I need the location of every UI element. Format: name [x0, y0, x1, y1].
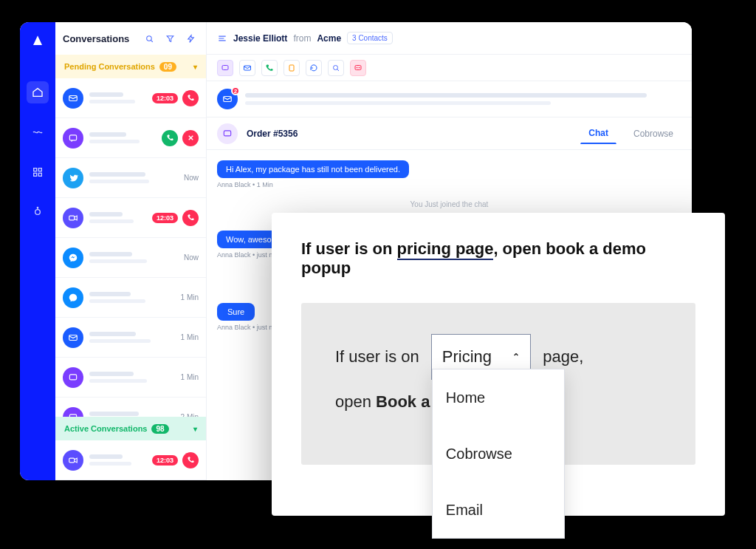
thread-summary: 2: [207, 81, 692, 117]
from-label: from: [293, 33, 311, 44]
svg-line-25: [337, 69, 340, 71]
dropdown-option-email[interactable]: Email: [433, 482, 564, 538]
dropdown-option-home[interactable]: Home: [433, 369, 564, 426]
svg-point-28: [359, 67, 360, 68]
call-button[interactable]: [182, 90, 199, 106]
filter-icon[interactable]: [162, 30, 178, 47]
svg-rect-0: [34, 168, 37, 171]
mail-icon: [63, 88, 83, 109]
page-dropdown: Home Cobrowse Email: [432, 369, 565, 539]
chat-icon: [63, 367, 83, 388]
conversation-item[interactable]: 12:03: [55, 440, 206, 480]
svg-line-8: [151, 40, 153, 42]
svg-point-4: [35, 210, 41, 215]
time-badge: 12:03: [152, 455, 178, 466]
time-label: 1 Min: [178, 373, 199, 381]
active-count: 98: [151, 424, 168, 434]
pending-list: 12:03 Now 12:03: [55, 78, 206, 417]
chevron-down-icon: ▾: [193, 425, 197, 433]
svg-point-6: [37, 207, 38, 208]
svg-rect-15: [69, 374, 76, 379]
video-icon: [63, 208, 83, 228]
conversation-item[interactable]: 1 Min: [55, 318, 206, 358]
subject-row: Order #5356 Chat Cobrowse: [207, 117, 692, 150]
nav-rail: [20, 22, 55, 480]
rule-builder-popup: If user is on pricing page, open book a …: [272, 213, 725, 516]
time-label: 1 Min: [178, 293, 199, 301]
tool-refresh-icon[interactable]: [306, 60, 322, 76]
chat-icon: [63, 128, 83, 149]
rule-editor: If user is on Pricing ⌃ Home Cobrowse Em…: [301, 303, 695, 465]
active-section-header[interactable]: Active Conversations 98 ▾: [55, 417, 206, 440]
dropdown-option-cobrowse[interactable]: Cobrowse: [433, 426, 564, 482]
svg-rect-13: [69, 216, 75, 220]
call-button[interactable]: [182, 452, 199, 468]
pending-section-header[interactable]: Pending Conversations 09 ▾: [55, 55, 206, 78]
org-name: Acme: [317, 33, 341, 44]
tool-search-icon[interactable]: [328, 60, 344, 76]
conversation-item[interactable]: 12:03: [55, 198, 206, 238]
conversation-item[interactable]: 1 Min: [55, 358, 206, 398]
pending-count: 09: [159, 62, 176, 72]
reject-button[interactable]: [182, 130, 199, 146]
conversation-item[interactable]: Now: [55, 158, 206, 198]
twitter-icon: [63, 168, 83, 188]
svg-rect-2: [34, 173, 37, 176]
chevron-down-icon: ▾: [193, 63, 197, 71]
messenger-icon: [63, 248, 83, 268]
tool-flag-icon[interactable]: [350, 60, 366, 76]
conversation-item[interactable]: Now: [55, 238, 206, 278]
conversation-item[interactable]: 12:03: [55, 78, 206, 118]
svg-rect-17: [69, 458, 75, 463]
summary-avatar: 2: [217, 89, 238, 109]
sidebar-header: Conversations: [55, 22, 206, 55]
active-label: Active Conversations: [64, 424, 147, 433]
contacts-pill[interactable]: 3 Contacts: [347, 32, 393, 44]
search-icon[interactable]: [141, 30, 157, 47]
subject-title: Order #5356: [247, 129, 571, 139]
toolbar: [207, 55, 692, 81]
time-label: Now: [178, 174, 199, 182]
svg-rect-21: [222, 65, 228, 69]
time-badge: 12:03: [152, 93, 178, 103]
conversation-item[interactable]: [55, 118, 206, 158]
nav-bot-icon[interactable]: [27, 201, 49, 223]
rule-text-bold: Book a: [376, 392, 430, 411]
svg-rect-26: [355, 65, 361, 69]
tool-call-icon[interactable]: [261, 60, 278, 76]
message-bubble: Sure: [217, 303, 255, 321]
tab-cobrowse[interactable]: Cobrowse: [625, 123, 681, 143]
tool-chat-icon[interactable]: [217, 60, 233, 76]
tool-mail-icon[interactable]: [239, 60, 255, 76]
page-select[interactable]: Pricing ⌃ Home Cobrowse Email: [431, 334, 531, 380]
chat-icon: [63, 407, 83, 417]
conversations-sidebar: Conversations Pending Conversations 09 ▾…: [55, 22, 207, 480]
conversation-item[interactable]: 1 Min: [55, 278, 206, 318]
time-badge: 12:03: [152, 213, 178, 223]
svg-rect-30: [224, 130, 230, 135]
svg-rect-23: [289, 65, 294, 71]
menu-icon[interactable]: [217, 33, 227, 44]
time-label: Now: [178, 253, 199, 262]
bolt-icon[interactable]: [182, 30, 199, 47]
rule-text: If user is on: [335, 347, 419, 366]
sidebar-title: Conversations: [63, 33, 137, 44]
nav-analytics-icon[interactable]: [27, 121, 49, 143]
rule-text: page,: [543, 347, 583, 366]
logo-icon: [30, 33, 46, 49]
mail-icon: [63, 327, 83, 348]
message-meta: Anna Black • 1 Min: [217, 181, 681, 188]
accept-button[interactable]: [162, 130, 178, 146]
nav-home-icon[interactable]: [27, 81, 49, 103]
rule-text: open: [335, 392, 376, 411]
messenger-icon: [63, 287, 83, 308]
video-icon: [63, 450, 83, 471]
conversation-item[interactable]: 2 Min: [55, 398, 206, 417]
pending-label: Pending Conversations: [64, 62, 155, 71]
tool-note-icon[interactable]: [284, 60, 300, 76]
time-label: 1 Min: [178, 333, 199, 341]
nav-apps-icon[interactable]: [27, 161, 49, 183]
thread-chat-icon: [217, 123, 238, 144]
tab-chat[interactable]: Chat: [580, 123, 616, 144]
call-button[interactable]: [182, 210, 199, 226]
